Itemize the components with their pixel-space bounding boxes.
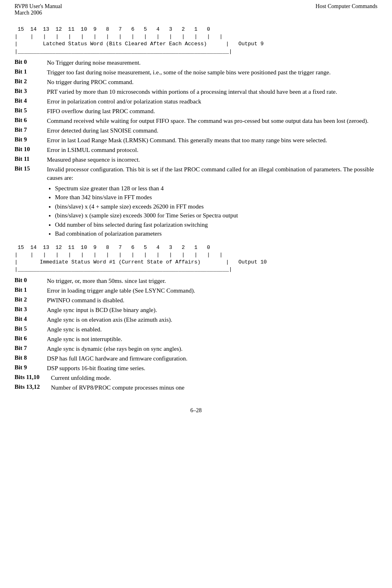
- bit-label: Bit 3: [15, 88, 47, 95]
- bits-list-1: Bit 0No Trigger during noise measurement…: [15, 59, 377, 240]
- bit-description: Invalid processor configuration. This bi…: [47, 165, 377, 240]
- bit-description: FIFO overflow during last PROC command.: [47, 107, 155, 116]
- bit-label: Bit 15: [15, 165, 47, 172]
- page-footer: 6–28: [0, 403, 392, 416]
- bit-row: Bit 2PWINFO command is disabled.: [15, 296, 377, 305]
- bit-row: Bit 4Error in polarization control and/o…: [15, 97, 377, 106]
- bit-label: Bit 5: [15, 325, 47, 332]
- bit-description: DSP supports 16-bit floating time series…: [47, 364, 145, 373]
- page-number: 6–28: [190, 407, 202, 413]
- bit-label: Bit 6: [15, 335, 47, 342]
- bit-row: Bit 9DSP supports 16-bit floating time s…: [15, 364, 377, 373]
- bit-description: Angle sync is not interruptible.: [47, 335, 122, 344]
- bit-label: Bit 5: [15, 107, 47, 114]
- header-title: RVP8 User's Manual: [15, 3, 62, 10]
- bit-label: Bits 13,12: [15, 384, 51, 390]
- bit-description: PRT varied by more than 10 microseconds …: [47, 88, 337, 96]
- bit-description: DSP has full IAGC hardware and firmware …: [47, 354, 188, 363]
- bit-description: No trigger, or, more than 50ms. since la…: [47, 277, 166, 285]
- bit-label: Bit 11: [15, 156, 47, 162]
- bit-label: Bit 8: [15, 354, 47, 361]
- bit-row: Bit 2No trigger during PROC command.: [15, 78, 377, 86]
- bit-description: Error in LSIMUL command protocol.: [47, 146, 138, 154]
- bit-description: Angle sync is enabled.: [47, 325, 102, 334]
- bit-row: Bit 8DSP has full IAGC hardware and firm…: [15, 354, 377, 363]
- bit-row: Bit 4Angle sync is on elevation axis (El…: [15, 316, 377, 324]
- bit-row: Bit 6Command received while waiting for …: [15, 117, 377, 125]
- list-item: Odd number of bins selected during fast …: [55, 220, 377, 230]
- bit-row: Bit 11Measured phase sequence is incorre…: [15, 156, 377, 164]
- bit-label: Bit 2: [15, 78, 47, 85]
- list-item: Spectrum size greater than 128 or less t…: [55, 184, 377, 193]
- bit-row: Bits 13,12Number of RVP8/PROC compute pr…: [15, 384, 377, 392]
- bit-description: Error in polarization control and/or pol…: [47, 97, 201, 106]
- list-item: Bad combination of polarization paramete…: [55, 229, 377, 238]
- page-header: RVP8 User's Manual March 2006 Host Compu…: [0, 0, 392, 18]
- bit-label: Bit 0: [15, 59, 47, 65]
- bit-description: Number of RVP8/PROC compute processes mi…: [51, 384, 184, 392]
- main-content: 15 14 13 12 11 10 9 8 7 6 5 4 3 2 1 0 | …: [0, 18, 392, 403]
- bit-label: Bits 11,10: [15, 374, 51, 381]
- list-item: (bins/slave) x (sample size) exceeds 300…: [55, 211, 377, 220]
- diagram1: 15 14 13 12 11 10 9 8 7 6 5 4 3 2 1 0 | …: [15, 26, 377, 55]
- bit-description: Angle sync is dynamic (else rays begin o…: [47, 345, 183, 353]
- header-right: Host Computer Commands: [316, 3, 377, 16]
- bit-label: Bit 4: [15, 97, 47, 104]
- bit-description: Trigger too fast during noise measuremen…: [47, 68, 331, 77]
- bit-description: Measured phase sequence is incorrect.: [47, 156, 140, 164]
- bit-row: Bit 15Invalid processor configuration. T…: [15, 165, 377, 240]
- bit-row: Bit 10Error in LSIMUL command protocol.: [15, 146, 377, 154]
- bit-row: Bit 6Angle sync is not interruptible.: [15, 335, 377, 344]
- bit-label: Bit 0: [15, 277, 47, 284]
- bit-label: Bit 7: [15, 126, 47, 133]
- bit-row: Bit 5Angle sync is enabled.: [15, 325, 377, 334]
- bit-description: Angle sync input is BCD (Else binary ang…: [47, 306, 157, 314]
- bit-label: Bit 1: [15, 68, 47, 75]
- bit-row: Bit 1Trigger too fast during noise measu…: [15, 68, 377, 77]
- bit-row: Bit 5FIFO overflow during last PROC comm…: [15, 107, 377, 116]
- bit-row: Bit 0No trigger, or, more than 50ms. sin…: [15, 277, 377, 285]
- bit-label: Bit 4: [15, 316, 47, 322]
- bit-description: No Trigger during noise measurement.: [47, 59, 141, 67]
- bit-row: Bit 9Error in last Load Range Mask (LRMS…: [15, 136, 377, 145]
- bit-row: Bits 11,10Current unfolding mode.: [15, 374, 377, 382]
- bit-row: Bit 7Error detected during last SNOISE c…: [15, 126, 377, 135]
- list-item: More than 342 bins/slave in FFT modes: [55, 193, 377, 202]
- diagram2: 15 14 13 12 11 10 9 8 7 6 5 4 3 2 1 0 | …: [15, 244, 377, 274]
- bit-label: Bit 2: [15, 296, 47, 303]
- bits-list-2: Bit 0No trigger, or, more than 50ms. sin…: [15, 277, 377, 392]
- header-left: RVP8 User's Manual March 2006: [15, 3, 62, 16]
- list-item: (bins/slave) x (4 + sample size) exceeds…: [55, 202, 377, 211]
- bit-description: Error in loading trigger angle table (Se…: [47, 287, 195, 295]
- bit-description: Error in last Load Range Mask (LRMSK) Co…: [47, 136, 327, 145]
- bit-description: No trigger during PROC command.: [47, 78, 134, 86]
- bit-label: Bit 6: [15, 117, 47, 124]
- bit-label: Bit 7: [15, 345, 47, 352]
- bit-description: Current unfolding mode.: [51, 374, 111, 382]
- bit-description: PWINFO command is disabled.: [47, 296, 124, 305]
- bit-row: Bit 3PRT varied by more than 10 microsec…: [15, 88, 377, 96]
- header-date: March 2006: [15, 10, 62, 16]
- bit-label: Bit 9: [15, 136, 47, 143]
- bullet-list: Spectrum size greater than 128 or less t…: [55, 184, 377, 238]
- bit-label: Bit 1: [15, 287, 47, 293]
- bit-row: Bit 1Error in loading trigger angle tabl…: [15, 287, 377, 295]
- bit-description: Angle sync is on elevation axis (Else az…: [47, 316, 172, 324]
- bit-label: Bit 3: [15, 306, 47, 313]
- bit-description: Error detected during last SNOISE comman…: [47, 126, 158, 135]
- bit-description: Command received while waiting for outpu…: [47, 117, 369, 125]
- bit-row: Bit 7Angle sync is dynamic (else rays be…: [15, 345, 377, 353]
- bit-row: Bit 0No Trigger during noise measurement…: [15, 59, 377, 67]
- bit-label: Bit 10: [15, 146, 47, 153]
- bit-row: Bit 3Angle sync input is BCD (Else binar…: [15, 306, 377, 314]
- bit-label: Bit 9: [15, 364, 47, 371]
